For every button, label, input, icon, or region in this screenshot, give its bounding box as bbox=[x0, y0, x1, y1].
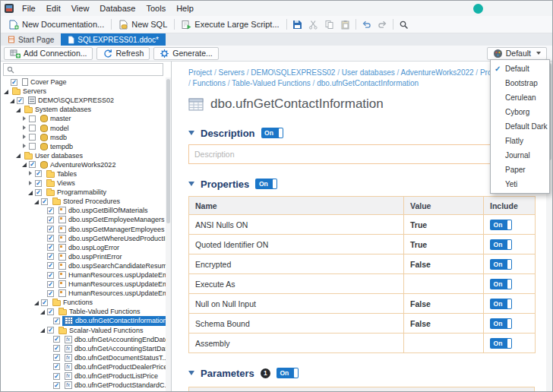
tree-item[interactable]: ✓Views bbox=[1, 179, 166, 188]
collapse-arrow-icon[interactable] bbox=[21, 161, 28, 168]
tree-item[interactable]: ✓dbo.ufnGetAccountingStartDate bbox=[1, 344, 166, 353]
breadcrumb-link[interactable]: Project bbox=[188, 68, 212, 77]
tree-checkbox[interactable]: ✓ bbox=[11, 79, 17, 86]
expand-arrow-icon[interactable] bbox=[27, 180, 34, 187]
cut-button[interactable] bbox=[305, 17, 321, 32]
collapse-arrow-icon[interactable] bbox=[15, 106, 22, 113]
include-toggle[interactable]: On bbox=[490, 279, 512, 289]
description-toggle[interactable]: On bbox=[261, 128, 283, 138]
search-button[interactable] bbox=[396, 17, 412, 32]
tree-item[interactable]: ✓Table-Valued Functions bbox=[1, 307, 166, 316]
tree-scrollbar-thumb[interactable] bbox=[166, 79, 170, 223]
theme-option-cyborg[interactable]: Cyborg bbox=[491, 105, 549, 119]
breadcrumb-link[interactable]: dbo.ufnGetContactInformation bbox=[317, 79, 419, 87]
tree-checkbox[interactable]: ✓ bbox=[53, 336, 60, 343]
tree-checkbox[interactable]: ✓ bbox=[53, 363, 60, 370]
undo-button[interactable] bbox=[359, 17, 374, 32]
add-connection-button[interactable]: Add Connection... bbox=[4, 47, 93, 60]
tab-start-page[interactable]: Start Page bbox=[1, 33, 61, 46]
tree-checkbox[interactable]: ✓ bbox=[41, 198, 48, 205]
include-toggle[interactable]: On bbox=[490, 318, 512, 329]
tree-checkbox[interactable] bbox=[29, 143, 36, 150]
tree-item[interactable]: ✓HumanResources.uspUpdateEmpl... bbox=[1, 289, 166, 298]
properties-toggle[interactable]: On bbox=[255, 179, 277, 189]
tree-item[interactable]: ✓dbo.uspGetEmployeeManagers bbox=[1, 215, 166, 224]
tree-checkbox[interactable]: ✓ bbox=[17, 97, 24, 104]
tree-item[interactable]: User databases bbox=[1, 151, 166, 160]
collapse-arrow-icon[interactable] bbox=[33, 198, 40, 205]
tree-checkbox[interactable]: ✓ bbox=[47, 217, 54, 223]
tree-item[interactable]: ✓Cover Page bbox=[1, 77, 166, 87]
tree-checkbox[interactable]: ✓ bbox=[53, 318, 60, 324]
include-toggle[interactable]: On bbox=[490, 299, 512, 309]
tree-item[interactable]: tempdb bbox=[1, 142, 166, 151]
tree-item[interactable]: model bbox=[1, 123, 166, 132]
tree-item[interactable]: ✓dbo.ufnGetContactInformation bbox=[1, 316, 166, 325]
refresh-button[interactable]: Refresh bbox=[96, 47, 150, 60]
theme-option-yeti[interactable]: Yeti bbox=[491, 177, 549, 191]
redo-button[interactable] bbox=[374, 17, 390, 32]
tree-item[interactable]: ✓dbo.uspGetBillOfMaterials bbox=[1, 206, 166, 215]
theme-option-journal[interactable]: Journal bbox=[491, 148, 549, 163]
theme-option-default-dark[interactable]: Default Dark bbox=[491, 119, 549, 134]
new-documentation-button[interactable]: New Documentation... bbox=[4, 18, 109, 31]
expand-arrow-icon[interactable] bbox=[21, 125, 28, 131]
include-toggle[interactable]: On bbox=[490, 239, 512, 250]
tree-checkbox[interactable]: ✓ bbox=[29, 161, 36, 168]
tree-item[interactable]: ✓Stored Procedures bbox=[1, 197, 166, 206]
tree-checkbox[interactable] bbox=[29, 134, 36, 141]
tree-checkbox[interactable]: ✓ bbox=[47, 262, 54, 269]
tree-item[interactable]: ✓dbo.ufnGetDocumentStatusT... bbox=[1, 353, 166, 362]
include-toggle[interactable]: On bbox=[490, 338, 512, 349]
tree-checkbox[interactable]: ✓ bbox=[53, 354, 60, 361]
theme-option-flatly[interactable]: Flatly bbox=[491, 134, 549, 148]
tree-item[interactable]: ✓dbo.uspSearchCandidateResumes bbox=[1, 261, 166, 270]
tree-checkbox[interactable]: ✓ bbox=[47, 235, 54, 242]
generate-button[interactable]: Generate... bbox=[153, 47, 219, 60]
tree-item[interactable]: master bbox=[1, 114, 166, 123]
tree-checkbox[interactable]: ✓ bbox=[41, 299, 48, 306]
expand-arrow-icon[interactable] bbox=[21, 143, 28, 150]
new-sql-button[interactable]: New SQL bbox=[114, 18, 172, 31]
breadcrumb-link[interactable]: AdventureWorks2022 bbox=[401, 68, 474, 77]
tree-checkbox[interactable] bbox=[29, 115, 36, 122]
tree-item[interactable]: ✓dbo.uspLogError bbox=[1, 243, 166, 252]
tree-checkbox[interactable]: ✓ bbox=[53, 382, 60, 389]
theme-option-bootstrap[interactable]: Bootstrap bbox=[491, 76, 549, 90]
parameters-toggle[interactable]: On bbox=[276, 368, 299, 378]
search-input[interactable] bbox=[17, 65, 160, 74]
menu-edit[interactable]: Edit bbox=[41, 2, 66, 14]
theme-selector-button[interactable]: Default bbox=[487, 47, 547, 60]
tree-item[interactable]: ✓Scalar-Valued Functions bbox=[1, 326, 166, 335]
collapse-arrow-icon[interactable] bbox=[40, 308, 46, 315]
app-icon[interactable] bbox=[5, 4, 14, 13]
tree-item[interactable]: ✓dbo.uspGetManagerEmployees bbox=[1, 225, 166, 234]
tree-checkbox[interactable]: ✓ bbox=[47, 327, 54, 334]
online-status-icon[interactable] bbox=[473, 4, 483, 14]
menu-tools[interactable]: Tools bbox=[141, 2, 171, 14]
tree-checkbox[interactable]: ✓ bbox=[35, 170, 42, 177]
breadcrumb-link[interactable]: Servers bbox=[218, 68, 244, 77]
tree-scrollbar[interactable] bbox=[166, 77, 171, 391]
include-toggle[interactable]: On bbox=[490, 259, 512, 270]
tree-checkbox[interactable]: ✓ bbox=[53, 345, 60, 352]
collapse-arrow-icon[interactable] bbox=[33, 299, 40, 306]
tree-checkbox[interactable]: ✓ bbox=[47, 308, 54, 315]
tree-item[interactable]: ✓Functions bbox=[1, 298, 166, 307]
collapse-arrow-icon[interactable] bbox=[9, 97, 16, 104]
tree-checkbox[interactable]: ✓ bbox=[47, 290, 54, 297]
copy-button[interactable] bbox=[321, 17, 337, 32]
tree-item[interactable]: Servers bbox=[1, 87, 166, 96]
tree-checkbox[interactable] bbox=[29, 125, 36, 131]
tree-checkbox[interactable]: ✓ bbox=[47, 226, 54, 232]
tree-item[interactable]: ✓HumanResources.uspUpdateEmpl... bbox=[1, 270, 166, 280]
tree-item[interactable]: ✓dbo.ufnGetProductStandardC... bbox=[1, 381, 166, 390]
theme-option-cerulean[interactable]: Cerulean bbox=[491, 90, 549, 105]
paste-button[interactable] bbox=[337, 17, 353, 32]
tree-item[interactable]: msdb bbox=[1, 133, 166, 142]
expand-arrow-icon[interactable] bbox=[21, 134, 28, 141]
breadcrumb-link[interactable]: Table-Valued Functions bbox=[232, 79, 311, 87]
collapse-arrow-icon[interactable] bbox=[3, 88, 10, 95]
expand-arrow-icon[interactable] bbox=[27, 170, 34, 177]
expand-arrow-icon[interactable] bbox=[21, 115, 28, 122]
